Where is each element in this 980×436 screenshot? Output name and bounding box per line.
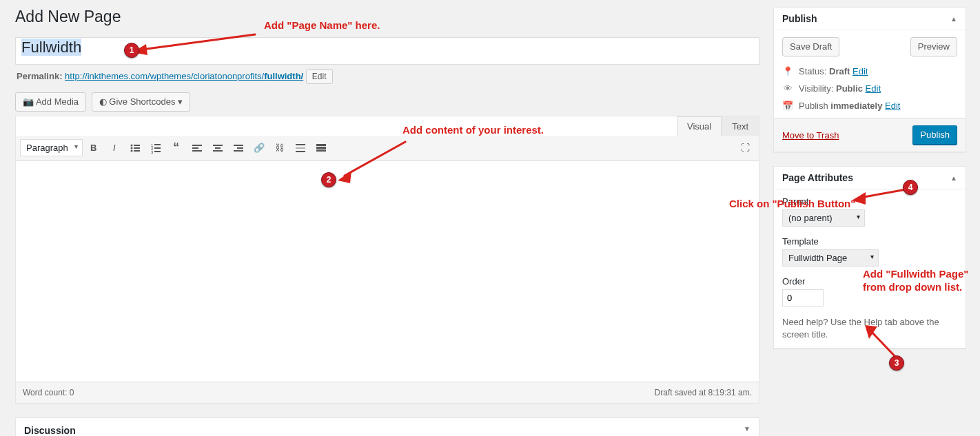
svg-rect-3 xyxy=(134,147,140,149)
content-editor[interactable] xyxy=(16,161,759,382)
svg-rect-17 xyxy=(213,150,223,152)
align-left-button[interactable] xyxy=(187,138,207,158)
edit-visibility-link[interactable]: Edit xyxy=(866,83,881,94)
editor-toolbar: Paragraph B I 123 “ 🔗 ⛓ ⛶ xyxy=(16,136,759,161)
permalink-label: Permalink: xyxy=(17,71,62,81)
svg-rect-26 xyxy=(316,149,326,152)
annotation-badge-1: 1 xyxy=(124,43,139,58)
media-bar: 📷 Add Media ◐ Give Shortcodes ▾ xyxy=(15,92,759,112)
annotation-badge-3: 3 xyxy=(889,355,904,371)
annotation-badge-4: 4 xyxy=(903,180,918,195)
give-shortcodes-button[interactable]: ◐ Give Shortcodes ▾ xyxy=(92,92,190,112)
order-input[interactable] xyxy=(782,289,824,307)
svg-rect-14 xyxy=(192,150,202,152)
number-list-button[interactable]: 123 xyxy=(146,138,165,158)
svg-rect-7 xyxy=(154,144,161,145)
title-value: Fullwidth xyxy=(21,39,81,56)
unlink-button[interactable]: ⛓ xyxy=(270,138,289,158)
calendar-icon: 📅 xyxy=(782,101,793,111)
read-more-button[interactable] xyxy=(291,138,310,158)
editor-status-bar: Word count: 0 Draft saved at 8:19:31 am. xyxy=(16,382,759,403)
chevron-up-icon[interactable]: ▲ xyxy=(950,174,957,182)
publish-title: Publish xyxy=(782,13,817,24)
discussion-title: Discussion xyxy=(24,425,76,436)
parent-select[interactable]: (no parent) xyxy=(782,209,865,227)
align-center-button[interactable] xyxy=(208,138,227,158)
format-select[interactable]: Paragraph xyxy=(20,139,83,156)
italic-button[interactable]: I xyxy=(105,138,124,158)
svg-rect-18 xyxy=(234,145,243,146)
tab-visual[interactable]: Visual xyxy=(677,116,722,136)
save-draft-button[interactable]: Save Draft xyxy=(782,37,839,56)
editor: Visual Text Paragraph B I 123 “ 🔗 ⛓ xyxy=(15,116,759,404)
svg-rect-16 xyxy=(215,147,221,149)
align-right-button[interactable] xyxy=(229,138,248,158)
permalink-edit-button[interactable]: Edit xyxy=(306,69,333,84)
fullscreen-button[interactable]: ⛶ xyxy=(735,138,755,158)
svg-rect-24 xyxy=(316,144,326,146)
svg-rect-12 xyxy=(192,145,202,146)
svg-rect-21 xyxy=(296,144,305,145)
link-button[interactable]: 🔗 xyxy=(249,138,269,158)
visibility-icon: 👁 xyxy=(782,83,793,94)
tab-text[interactable]: Text xyxy=(722,116,759,136)
parent-label: Parent xyxy=(782,196,957,207)
edit-schedule-link[interactable]: Edit xyxy=(885,101,900,111)
template-select[interactable]: Fullwidth Page xyxy=(782,249,879,267)
page-attributes-postbox: Page Attributes ▲ Parent (no parent) Tem… xyxy=(773,166,966,349)
chevron-up-icon[interactable]: ▲ xyxy=(950,15,957,23)
template-label: Template xyxy=(782,236,957,247)
camera-icon: 📷 xyxy=(23,96,34,107)
bold-button[interactable]: B xyxy=(84,138,103,158)
permalink-row: Permalink: http://inkthemes.com/wpthemes… xyxy=(17,69,759,84)
attributes-title: Page Attributes xyxy=(782,172,853,183)
publish-button[interactable]: Publish xyxy=(912,125,957,145)
svg-rect-25 xyxy=(316,147,326,149)
add-media-button[interactable]: 📷 Add Media xyxy=(15,92,86,112)
discussion-postbox: Discussion ▼ xyxy=(15,417,759,436)
svg-rect-9 xyxy=(154,147,161,149)
bullet-list-button[interactable] xyxy=(125,138,145,158)
order-label: Order xyxy=(782,276,957,287)
toolbar-toggle-button[interactable] xyxy=(312,138,331,158)
svg-rect-19 xyxy=(237,147,243,149)
svg-rect-11 xyxy=(154,151,161,152)
give-icon: ◐ xyxy=(99,96,107,107)
svg-point-2 xyxy=(130,147,132,149)
blockquote-button[interactable]: “ xyxy=(167,138,186,158)
pin-icon: 📍 xyxy=(782,66,793,76)
annotation-badge-2: 2 xyxy=(321,172,336,187)
svg-rect-13 xyxy=(192,147,198,149)
word-count: Word count: 0 xyxy=(23,388,74,397)
svg-point-4 xyxy=(130,149,132,152)
chevron-down-icon: ▾ xyxy=(178,96,183,107)
edit-status-link[interactable]: Edit xyxy=(853,66,868,76)
page-title: Add New Page xyxy=(15,7,759,28)
move-to-trash-link[interactable]: Move to Trash xyxy=(782,130,839,141)
draft-saved-time: Draft saved at 8:19:31 am. xyxy=(655,388,752,397)
svg-rect-1 xyxy=(134,145,140,146)
chevron-down-icon[interactable]: ▼ xyxy=(744,425,751,436)
svg-text:3: 3 xyxy=(151,150,154,154)
svg-rect-5 xyxy=(134,150,140,152)
svg-point-0 xyxy=(130,144,132,146)
preview-button[interactable]: Preview xyxy=(910,37,957,56)
attributes-help-text: Need help? Use the Help tab above the sc… xyxy=(782,316,957,341)
svg-rect-20 xyxy=(234,150,243,152)
publish-postbox: Publish ▲ Save Draft Preview 📍 Status: D… xyxy=(773,7,966,152)
permalink-url[interactable]: http://inkthemes.com/wpthemes/cloriatono… xyxy=(65,71,303,81)
svg-rect-15 xyxy=(213,145,223,146)
svg-rect-22 xyxy=(296,147,305,149)
svg-rect-23 xyxy=(296,151,305,152)
